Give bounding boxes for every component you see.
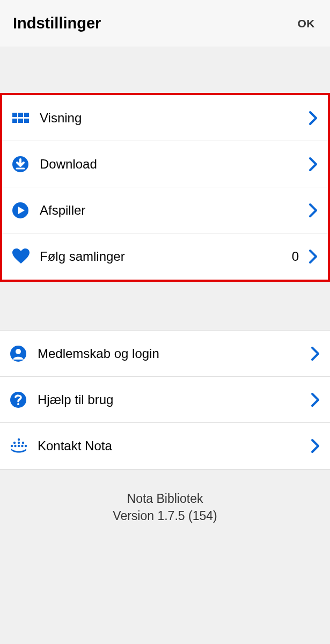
chevron-right-icon (309, 157, 318, 172)
chevron-right-icon (309, 203, 318, 218)
row-value: 0 (292, 249, 299, 264)
svg-rect-3 (12, 119, 17, 123)
help-icon (10, 391, 33, 408)
settings-group-highlighted: Visning Download Afspiller Følg samlinge… (0, 93, 330, 282)
ok-button[interactable]: OK (296, 13, 318, 34)
svg-point-16 (18, 442, 20, 444)
row-label: Hjælp til brug (33, 392, 311, 407)
row-hjaelp[interactable]: Hjælp til brug (0, 377, 330, 423)
chevron-right-icon (311, 392, 320, 407)
row-medlemskab[interactable]: Medlemskab og login (0, 331, 330, 377)
svg-point-21 (21, 445, 23, 447)
page-title: Indstillinger (13, 14, 101, 32)
heart-icon (12, 248, 35, 265)
svg-rect-2 (24, 113, 29, 117)
row-label: Følg samlinger (35, 249, 292, 264)
row-kontakt[interactable]: Kontakt Nota (0, 423, 330, 469)
header: Indstillinger OK (0, 0, 330, 47)
app-name: Nota Bibliotek (0, 490, 330, 507)
row-label: Visning (35, 111, 309, 126)
svg-point-18 (11, 445, 13, 447)
row-afspiller[interactable]: Afspiller (2, 187, 328, 233)
svg-point-20 (18, 445, 20, 447)
row-label: Medlemskab og login (33, 346, 311, 361)
footer-info: Nota Bibliotek Version 1.7.5 (154) (0, 470, 330, 524)
svg-rect-5 (24, 119, 29, 123)
svg-point-15 (13, 442, 16, 444)
row-label: Afspiller (35, 203, 309, 218)
app-version: Version 1.7.5 (154) (0, 507, 330, 524)
svg-point-13 (17, 403, 19, 405)
chevron-right-icon (311, 346, 320, 361)
chevron-right-icon (311, 438, 320, 453)
svg-point-11 (16, 349, 21, 354)
download-icon (12, 156, 35, 173)
svg-rect-1 (18, 113, 23, 117)
row-label: Download (35, 157, 309, 172)
grid-icon (12, 109, 35, 127)
spacer (0, 47, 330, 93)
row-folg-samlinger[interactable]: Følg samlinger 0 (2, 233, 328, 280)
svg-point-14 (18, 438, 20, 441)
svg-point-17 (22, 442, 24, 444)
settings-group-secondary: Medlemskab og login Hjælp til brug Konta… (0, 330, 330, 470)
chevron-right-icon (309, 249, 318, 264)
row-visning[interactable]: Visning (2, 95, 328, 141)
play-icon (12, 202, 35, 219)
chevron-right-icon (309, 111, 318, 126)
spacer (0, 282, 330, 330)
person-icon (10, 345, 33, 362)
crown-icon (10, 437, 33, 455)
svg-rect-0 (12, 113, 17, 117)
svg-rect-4 (18, 119, 23, 123)
row-download[interactable]: Download (2, 141, 328, 187)
svg-point-22 (25, 445, 27, 447)
row-label: Kontakt Nota (33, 438, 311, 453)
svg-point-19 (14, 445, 16, 447)
